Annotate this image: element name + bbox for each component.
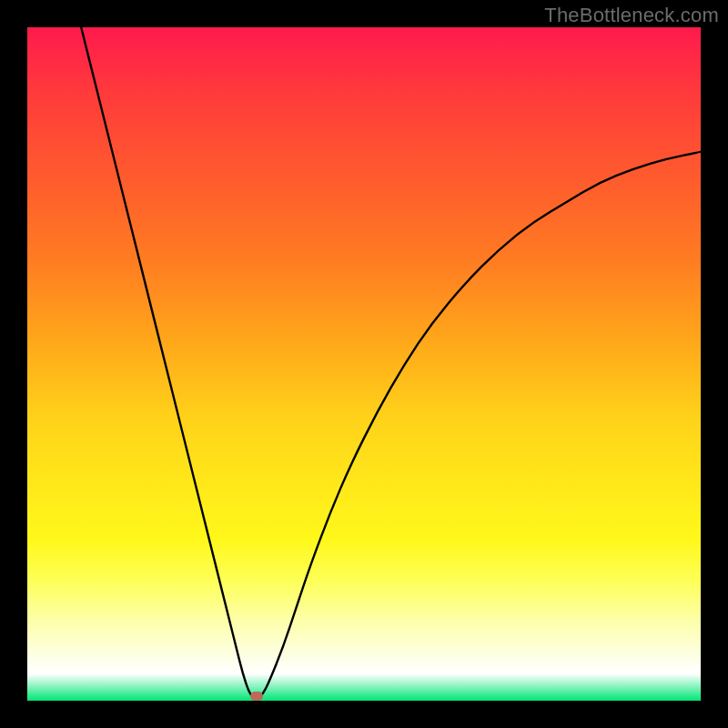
watermark-label: TheBottleneck.com xyxy=(544,4,719,27)
chart-frame: TheBottleneck.com xyxy=(0,0,728,728)
plot-area xyxy=(27,27,701,701)
optimal-point-marker xyxy=(250,692,263,701)
bottleneck-curve xyxy=(27,27,701,701)
